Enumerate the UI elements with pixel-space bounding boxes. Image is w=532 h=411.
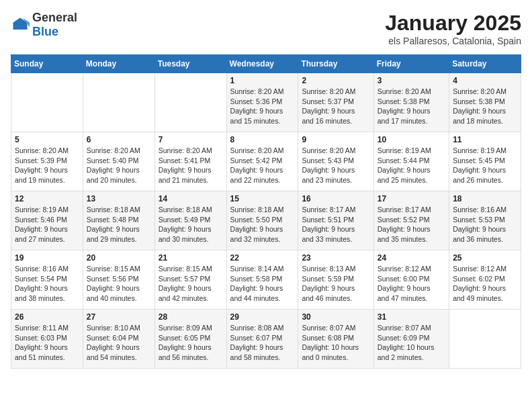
calendar-cell: 12Sunrise: 8:19 AM Sunset: 5:46 PM Dayli…	[11, 191, 83, 250]
day-info: Sunrise: 8:18 AM Sunset: 5:50 PM Dayligh…	[230, 205, 295, 244]
day-info: Sunrise: 8:15 AM Sunset: 5:57 PM Dayligh…	[159, 264, 223, 304]
calendar-cell: 21Sunrise: 8:15 AM Sunset: 5:57 PM Dayli…	[154, 250, 226, 310]
logo-blue-text: Blue	[32, 25, 58, 38]
calendar-cell: 27Sunrise: 8:10 AM Sunset: 6:04 PM Dayli…	[83, 310, 154, 369]
calendar-cell: 25Sunrise: 8:12 AM Sunset: 6:02 PM Dayli…	[449, 250, 521, 310]
day-info: Sunrise: 8:15 AM Sunset: 5:56 PM Dayligh…	[87, 264, 151, 304]
day-info: Sunrise: 8:07 AM Sunset: 6:08 PM Dayligh…	[302, 323, 369, 363]
day-info: Sunrise: 8:20 AM Sunset: 5:37 PM Dayligh…	[302, 87, 369, 126]
calendar-cell: 5Sunrise: 8:20 AM Sunset: 5:39 PM Daylig…	[11, 132, 83, 191]
day-number: 19	[15, 253, 79, 263]
day-number: 7	[159, 135, 223, 144]
day-info: Sunrise: 8:20 AM Sunset: 5:38 PM Dayligh…	[453, 87, 517, 126]
calendar-cell: 7Sunrise: 8:20 AM Sunset: 5:41 PM Daylig…	[154, 132, 226, 191]
day-number: 16	[302, 194, 369, 203]
day-number: 27	[87, 312, 151, 322]
calendar-cell: 14Sunrise: 8:18 AM Sunset: 5:49 PM Dayli…	[154, 191, 226, 250]
day-number: 17	[378, 194, 445, 203]
calendar-cell: 17Sunrise: 8:17 AM Sunset: 5:52 PM Dayli…	[373, 191, 449, 250]
logo: General Blue	[11, 11, 77, 39]
calendar-cell: 6Sunrise: 8:20 AM Sunset: 5:40 PM Daylig…	[83, 132, 154, 191]
day-number: 3	[378, 76, 445, 85]
calendar-cell: 22Sunrise: 8:14 AM Sunset: 5:58 PM Dayli…	[226, 250, 298, 310]
day-number: 30	[302, 312, 369, 322]
calendar-week-row: 19Sunrise: 8:16 AM Sunset: 5:54 PM Dayli…	[11, 250, 521, 310]
day-info: Sunrise: 8:20 AM Sunset: 5:39 PM Dayligh…	[15, 146, 79, 185]
day-number: 9	[302, 135, 369, 144]
day-info: Sunrise: 8:16 AM Sunset: 5:54 PM Dayligh…	[15, 264, 79, 304]
calendar-table: SundayMondayTuesdayWednesdayThursdayFrid…	[11, 54, 521, 369]
location-subtitle: els Pallaresos, Catalonia, Spain	[385, 36, 521, 46]
calendar-cell: 19Sunrise: 8:16 AM Sunset: 5:54 PM Dayli…	[11, 250, 83, 310]
calendar-week-row: 12Sunrise: 8:19 AM Sunset: 5:46 PM Dayli…	[11, 191, 521, 250]
calendar-cell: 24Sunrise: 8:12 AM Sunset: 6:00 PM Dayli…	[373, 250, 449, 310]
calendar-cell: 2Sunrise: 8:20 AM Sunset: 5:37 PM Daylig…	[298, 73, 373, 132]
calendar-cell: 31Sunrise: 8:07 AM Sunset: 6:09 PM Dayli…	[373, 310, 449, 369]
day-number: 18	[453, 194, 517, 203]
weekday-header: Saturday	[449, 55, 521, 73]
calendar-cell	[11, 73, 83, 132]
day-info: Sunrise: 8:20 AM Sunset: 5:36 PM Dayligh…	[230, 87, 295, 126]
calendar-cell	[449, 310, 521, 369]
day-info: Sunrise: 8:17 AM Sunset: 5:52 PM Dayligh…	[378, 205, 445, 244]
calendar-cell	[83, 73, 154, 132]
day-info: Sunrise: 8:20 AM Sunset: 5:42 PM Dayligh…	[230, 146, 295, 185]
day-info: Sunrise: 8:12 AM Sunset: 6:02 PM Dayligh…	[453, 264, 517, 304]
day-info: Sunrise: 8:20 AM Sunset: 5:43 PM Dayligh…	[302, 146, 369, 185]
day-number: 20	[87, 253, 151, 263]
weekday-header-row: SundayMondayTuesdayWednesdayThursdayFrid…	[11, 55, 521, 73]
day-number: 31	[378, 312, 445, 322]
day-number: 13	[87, 194, 151, 203]
day-number: 11	[453, 135, 517, 144]
day-number: 5	[15, 135, 79, 144]
month-title: January 2025	[385, 11, 521, 36]
day-info: Sunrise: 8:07 AM Sunset: 6:09 PM Dayligh…	[378, 323, 445, 363]
weekday-header: Tuesday	[154, 55, 226, 73]
day-number: 25	[453, 253, 517, 263]
day-info: Sunrise: 8:16 AM Sunset: 5:53 PM Dayligh…	[453, 205, 517, 244]
day-number: 2	[302, 76, 369, 85]
day-info: Sunrise: 8:19 AM Sunset: 5:46 PM Dayligh…	[15, 205, 79, 244]
calendar-cell: 3Sunrise: 8:20 AM Sunset: 5:38 PM Daylig…	[373, 73, 449, 132]
weekday-header: Friday	[373, 55, 449, 73]
day-number: 23	[302, 253, 369, 263]
day-info: Sunrise: 8:11 AM Sunset: 6:03 PM Dayligh…	[15, 323, 79, 363]
day-number: 12	[15, 194, 79, 203]
day-info: Sunrise: 8:19 AM Sunset: 5:45 PM Dayligh…	[453, 146, 517, 185]
calendar-cell: 23Sunrise: 8:13 AM Sunset: 5:59 PM Dayli…	[298, 250, 373, 310]
day-info: Sunrise: 8:17 AM Sunset: 5:51 PM Dayligh…	[302, 205, 369, 244]
day-info: Sunrise: 8:19 AM Sunset: 5:44 PM Dayligh…	[378, 146, 445, 185]
day-info: Sunrise: 8:20 AM Sunset: 5:38 PM Dayligh…	[378, 87, 445, 126]
day-number: 29	[230, 312, 295, 322]
day-info: Sunrise: 8:12 AM Sunset: 6:00 PM Dayligh…	[378, 264, 445, 304]
day-number: 1	[230, 76, 295, 85]
calendar-cell	[154, 73, 226, 132]
weekday-header: Thursday	[298, 55, 373, 73]
day-number: 4	[453, 76, 517, 85]
day-info: Sunrise: 8:18 AM Sunset: 5:48 PM Dayligh…	[87, 205, 151, 244]
calendar-cell: 16Sunrise: 8:17 AM Sunset: 5:51 PM Dayli…	[298, 191, 373, 250]
day-number: 26	[15, 312, 79, 322]
calendar-cell: 4Sunrise: 8:20 AM Sunset: 5:38 PM Daylig…	[449, 73, 521, 132]
calendar-week-row: 5Sunrise: 8:20 AM Sunset: 5:39 PM Daylig…	[11, 132, 521, 191]
day-info: Sunrise: 8:08 AM Sunset: 6:07 PM Dayligh…	[230, 323, 295, 363]
day-info: Sunrise: 8:13 AM Sunset: 5:59 PM Dayligh…	[302, 264, 369, 304]
calendar-cell: 20Sunrise: 8:15 AM Sunset: 5:56 PM Dayli…	[83, 250, 154, 310]
day-info: Sunrise: 8:10 AM Sunset: 6:04 PM Dayligh…	[87, 323, 151, 363]
title-section: January 2025 els Pallaresos, Catalonia, …	[385, 11, 521, 46]
day-number: 24	[378, 253, 445, 263]
calendar-week-row: 1Sunrise: 8:20 AM Sunset: 5:36 PM Daylig…	[11, 73, 521, 132]
day-number: 8	[230, 135, 295, 144]
calendar-cell: 29Sunrise: 8:08 AM Sunset: 6:07 PM Dayli…	[226, 310, 298, 369]
weekday-header: Monday	[83, 55, 154, 73]
logo-icon	[11, 15, 30, 34]
day-number: 10	[378, 135, 445, 144]
day-number: 14	[159, 194, 223, 203]
weekday-header: Sunday	[11, 55, 83, 73]
calendar-cell: 13Sunrise: 8:18 AM Sunset: 5:48 PM Dayli…	[83, 191, 154, 250]
calendar-cell: 11Sunrise: 8:19 AM Sunset: 5:45 PM Dayli…	[449, 132, 521, 191]
day-info: Sunrise: 8:18 AM Sunset: 5:49 PM Dayligh…	[159, 205, 223, 244]
calendar-week-row: 26Sunrise: 8:11 AM Sunset: 6:03 PM Dayli…	[11, 310, 521, 369]
day-number: 22	[230, 253, 295, 263]
day-info: Sunrise: 8:20 AM Sunset: 5:41 PM Dayligh…	[159, 146, 223, 185]
